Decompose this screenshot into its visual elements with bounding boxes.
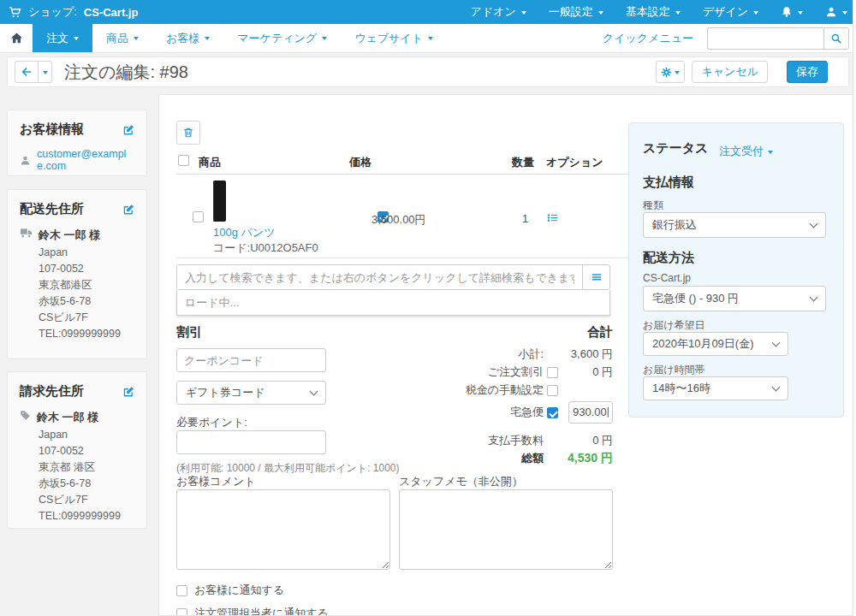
- nav-item-website[interactable]: ウェブサイト: [341, 24, 447, 52]
- chevron-down-icon: [842, 11, 847, 17]
- product-thumbnail[interactable]: [213, 181, 226, 222]
- topbar-menu-basic-settings[interactable]: 基本設定: [626, 4, 681, 20]
- billing-address-lines: Japan 107-0052 東京都 港区 赤坂5-6-78 CSビル7F TE…: [39, 427, 134, 524]
- manual-tax-checkbox[interactable]: [547, 385, 558, 396]
- grand-total-row: 総額 4,530 円: [365, 451, 613, 466]
- delivery-time-select[interactable]: 14時〜16時: [643, 376, 788, 400]
- points-input[interactable]: [176, 430, 326, 454]
- shop-label: ショップ:: [28, 4, 77, 20]
- chevron-down-icon: [772, 338, 781, 346]
- delete-items-button[interactable]: [176, 121, 200, 145]
- search-results-dropdown: ロード中...: [176, 290, 610, 316]
- column-price: 価格: [349, 155, 372, 170]
- topbar-menu-design[interactable]: デザイン: [703, 4, 758, 20]
- chevron-down-icon: [753, 11, 758, 17]
- chevron-down-icon: [205, 37, 210, 43]
- scrollbar-track[interactable]: [853, 0, 856, 616]
- nav-item-products[interactable]: 商品: [92, 24, 152, 52]
- shipping-cost-checkbox[interactable]: [547, 407, 558, 418]
- cart-icon: [9, 6, 21, 19]
- notify-manager-checkbox[interactable]: [176, 608, 187, 616]
- shipping-address-lines: Japan 107-0052 東京都港区 赤坂5-6-78 CSビル7F TEL…: [39, 245, 134, 342]
- gift-certificate-select[interactable]: ギフト券コード: [176, 381, 326, 405]
- subtotal-row: 小計: 3,600 円: [365, 346, 613, 362]
- tag-icon: [20, 410, 31, 421]
- nav-item-orders[interactable]: 注文: [33, 24, 92, 52]
- home-icon: [10, 32, 23, 44]
- order-discount-row: ご注文割引 0 円: [365, 364, 613, 380]
- chevron-down-icon: [43, 71, 48, 77]
- product-search-input[interactable]: [177, 265, 582, 289]
- notify-manager-row: 注文管理担当者に通知する: [176, 606, 329, 616]
- shipping-name: 鈴木 一郎 様: [39, 228, 100, 243]
- coupon-code-input[interactable]: [176, 348, 326, 372]
- order-discount-checkbox[interactable]: [547, 367, 558, 378]
- customer-email-link[interactable]: customer@example.com: [37, 148, 134, 172]
- billing-address-card: 請求先住所 鈴木 一郎 様 Japan 107-0052 東京都 港区 赤坂5-…: [7, 371, 147, 529]
- delivery-date-select[interactable]: 2020年10月09日(金): [643, 332, 788, 356]
- settings-gear-button[interactable]: [656, 61, 685, 83]
- chevron-down-icon: [810, 219, 818, 228]
- shipping-method-select[interactable]: 宅急便 () - 930 円: [643, 286, 826, 311]
- nav-item-marketing[interactable]: マーケティング: [223, 24, 341, 52]
- staff-memo-textarea[interactable]: [399, 489, 613, 570]
- chevron-down-icon: [768, 151, 773, 157]
- billing-name: 鈴木 一郎 様: [37, 410, 98, 425]
- customer-comment-textarea[interactable]: [176, 489, 390, 570]
- quick-menu-link[interactable]: クイックメニュー: [603, 24, 693, 52]
- topbar-menu-addons[interactable]: アドオン: [471, 4, 526, 20]
- delivery-date-label: お届け希望日: [643, 318, 705, 333]
- product-row-checkbox[interactable]: [193, 211, 204, 222]
- chevron-down-icon: [675, 11, 681, 17]
- delivery-time-label: お届け時間帯: [643, 363, 705, 377]
- nav-item-customers[interactable]: お客様: [152, 24, 223, 52]
- shipping-cost-row: 宅急便: [365, 401, 613, 424]
- column-options: オプション: [546, 155, 603, 170]
- notifications-menu[interactable]: [781, 6, 803, 18]
- search-button[interactable]: [823, 27, 849, 50]
- product-qty: 1: [522, 212, 528, 225]
- staff-memo-label: スタッフメモ（非公開）: [399, 474, 523, 489]
- topbar-menu-general-settings[interactable]: 一般設定: [549, 4, 603, 20]
- status-title: ステータス: [643, 140, 708, 157]
- magnifier-icon: [830, 33, 842, 44]
- user-icon: [20, 155, 31, 166]
- order-discount-value: 0 円: [558, 364, 613, 380]
- select-all-checkbox[interactable]: [178, 155, 189, 166]
- trash-icon: [182, 127, 194, 139]
- order-status-dropdown[interactable]: 注文受付: [719, 144, 773, 159]
- shipping-method-title: 配送方法: [643, 250, 694, 266]
- edit-pencil-icon[interactable]: [122, 204, 134, 216]
- column-product: 商品: [199, 155, 221, 170]
- list-icon[interactable]: [546, 211, 559, 224]
- cancel-button[interactable]: キャンセル: [692, 61, 768, 83]
- admin-search-input[interactable]: [707, 27, 823, 50]
- main-nav: 注文 商品 お客様 マーケティング ウェブサイト クイックメニュー: [0, 24, 856, 53]
- chevron-down-icon: [521, 11, 526, 17]
- payment-type-label: 種類: [643, 198, 663, 213]
- points-label: 必要ポイント:: [176, 415, 247, 430]
- topbar: ショップ: CS-Cart.jp アドオン 一般設定 基本設定 デザイン: [0, 0, 856, 24]
- shipping-cost-input[interactable]: [568, 401, 613, 424]
- chevron-down-icon: [598, 11, 603, 17]
- nav-home[interactable]: [0, 24, 33, 52]
- back-button[interactable]: [15, 61, 39, 83]
- chevron-down-icon: [428, 37, 433, 43]
- chevron-down-icon: [675, 71, 680, 77]
- advanced-search-button[interactable]: [582, 265, 609, 289]
- shop-selector[interactable]: ショップ: CS-Cart.jp: [9, 4, 138, 20]
- billing-card-title: 請求先住所: [20, 383, 84, 400]
- product-name-link[interactable]: 100g パンツ: [213, 225, 275, 240]
- edit-pencil-icon[interactable]: [122, 386, 134, 398]
- save-button[interactable]: 保存: [787, 61, 828, 83]
- shipping-card-title: 配送先住所: [20, 201, 84, 217]
- edit-pencil-icon[interactable]: [122, 124, 134, 136]
- customer-card-title: お客様情報: [20, 121, 84, 138]
- back-dropdown-button[interactable]: [39, 61, 52, 83]
- account-menu[interactable]: [825, 6, 847, 18]
- totals-title: 合計: [536, 324, 613, 341]
- payment-method-select[interactable]: 銀行振込: [643, 212, 826, 238]
- manual-tax-row: 税金の手動設定: [365, 382, 613, 398]
- chevron-down-icon: [134, 37, 139, 43]
- notify-customer-checkbox[interactable]: [176, 585, 187, 596]
